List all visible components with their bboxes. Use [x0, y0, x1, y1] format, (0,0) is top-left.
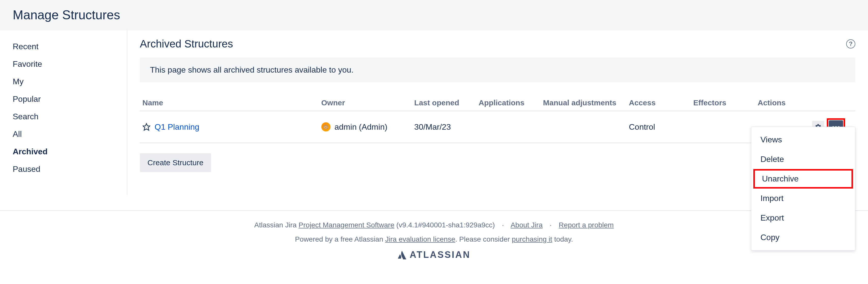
last-opened-value: 30/Mar/23	[412, 111, 476, 143]
footer-link-pms[interactable]: Project Management Software	[299, 221, 394, 229]
sidebar: Recent Favorite My Popular Search All Ar…	[0, 30, 127, 195]
col-actions: Actions	[755, 95, 855, 111]
sidebar-item-favorite[interactable]: Favorite	[13, 55, 127, 73]
atlassian-icon	[397, 250, 407, 259]
page-title: Manage Structures	[13, 8, 868, 22]
structures-table: Name Owner Last opened Applications Manu…	[140, 95, 855, 143]
atlassian-logo: ATLASSIAN	[0, 249, 868, 260]
dropdown-export[interactable]: Export	[751, 208, 855, 228]
info-banner: This page shows all archived structures …	[140, 58, 855, 82]
footer-line2-prefix: Powered by a free Atlassian	[295, 235, 385, 243]
content-heading: Archived Structures	[140, 38, 233, 50]
footer-link-about[interactable]: About Jira	[510, 221, 542, 229]
col-effectors: Effectors	[691, 95, 755, 111]
sidebar-item-paused[interactable]: Paused	[13, 161, 127, 178]
sidebar-item-recent[interactable]: Recent	[13, 38, 127, 55]
footer-version: (v9.4.1#940001-sha1:929a9cc)	[394, 221, 495, 229]
dropdown-import[interactable]: Import	[751, 188, 855, 208]
star-icon[interactable]	[143, 123, 151, 131]
col-access: Access	[626, 95, 691, 111]
col-applications: Applications	[476, 95, 540, 111]
footer: Atlassian Jira Project Management Softwa…	[0, 211, 868, 268]
dropdown-unarchive[interactable]: Unarchive	[753, 169, 853, 188]
page-header: Manage Structures	[0, 0, 868, 30]
table-row: Q1 Planning 🐵 admin (Admin) 30/Mar/23 Co…	[140, 111, 855, 143]
owner-name: admin (Admin)	[335, 122, 388, 132]
manual-adjustments-value	[540, 111, 626, 143]
sidebar-item-all[interactable]: All	[13, 126, 127, 143]
effectors-value	[691, 111, 755, 143]
dropdown-delete[interactable]: Delete	[751, 149, 855, 169]
atlassian-brand-text: ATLASSIAN	[410, 249, 470, 260]
footer-line2-mid: . Please consider	[455, 235, 512, 243]
sidebar-item-my[interactable]: My	[13, 73, 127, 91]
sidebar-item-archived[interactable]: Archived	[13, 143, 127, 161]
footer-link-purchase[interactable]: purchasing it	[512, 235, 552, 243]
footer-line2-suffix: today.	[552, 235, 573, 243]
col-last-opened: Last opened	[412, 95, 476, 111]
avatar: 🐵	[321, 122, 331, 132]
dropdown-views[interactable]: Views	[751, 130, 855, 149]
help-icon[interactable]: ?	[846, 39, 855, 48]
col-name: Name	[140, 95, 319, 111]
applications-value	[476, 111, 540, 143]
sidebar-item-popular[interactable]: Popular	[13, 91, 127, 108]
create-structure-button[interactable]: Create Structure	[140, 153, 211, 172]
sidebar-item-search[interactable]: Search	[13, 108, 127, 126]
col-manual-adjustments: Manual adjustments	[540, 95, 626, 111]
dropdown-copy[interactable]: Copy	[751, 228, 855, 247]
col-owner: Owner	[319, 95, 412, 111]
actions-dropdown: Views Delete Unarchive Import Export Cop…	[751, 127, 855, 250]
content-area: Archived Structures ? This page shows al…	[127, 30, 868, 195]
footer-prefix: Atlassian Jira	[254, 221, 299, 229]
footer-link-eval[interactable]: Jira evaluation license	[385, 235, 455, 243]
structure-name-link[interactable]: Q1 Planning	[155, 122, 199, 132]
svg-marker-0	[143, 123, 150, 131]
footer-link-report[interactable]: Report a problem	[559, 221, 614, 229]
access-value: Control	[626, 111, 691, 143]
